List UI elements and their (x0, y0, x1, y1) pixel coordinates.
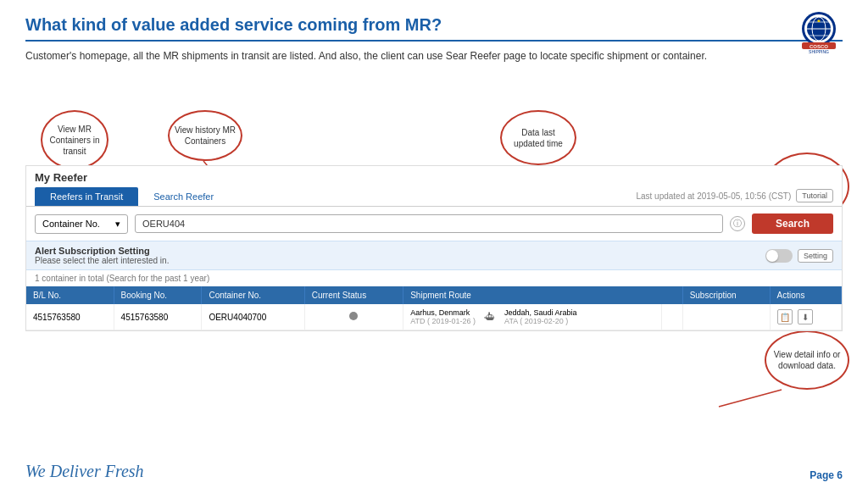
data-table: B/L No. Booking No. Container No. Curren… (26, 286, 842, 330)
col-subscription: Subscription (682, 286, 770, 304)
table-row: 4515763580 4515763580 OERU4040700 Aarhus… (26, 304, 842, 330)
alert-text-block: Alert Subscription Setting Please select… (35, 246, 169, 265)
summary-text: 1 container in total (Search for the pas… (26, 270, 842, 286)
origin-city: Aarhus, Denmark (410, 308, 476, 317)
dest-city: Jeddah, Saudi Arabia (504, 308, 577, 317)
header-description: Customer's homepage, all the MR shipment… (25, 48, 843, 64)
page-number: Page 6 (810, 469, 843, 481)
info-icon[interactable]: ⓘ (730, 216, 745, 231)
col-booking: Booking No. (114, 286, 202, 304)
origin-date: ATD ( 2019-01-26 ) (410, 317, 476, 325)
bubble-data-updated: Data last updated time (500, 110, 576, 165)
col-bl: B/L No. (26, 286, 114, 304)
tab-search-reefer[interactable]: Search Reefer (138, 187, 229, 206)
setting-button[interactable]: Setting (798, 249, 833, 263)
action-icons: 📋 ⬇ (777, 309, 834, 324)
search-bar: Container No. ▾ ⓘ Search (26, 207, 842, 241)
alert-subscription-bar: Alert Subscription Setting Please select… (26, 241, 842, 270)
tabs-container: Reefers in Transit Search Reefer (35, 187, 229, 206)
brand-tagline: We Deliver Fresh (25, 462, 144, 481)
search-input[interactable] (135, 214, 723, 233)
footer: We Deliver Fresh Page 6 (25, 462, 843, 481)
tab-reefers-in-transit[interactable]: Reefers in Transit (35, 187, 138, 206)
svg-text:SHIPPING: SHIPPING (809, 49, 829, 54)
alert-toggle[interactable] (765, 249, 793, 263)
bubble-view-history: View history MR Containers (168, 110, 242, 161)
detail-icon[interactable]: 📋 (777, 309, 793, 324)
dest-location: Jeddah, Saudi Arabia ATA ( 2019-02-20 ) (504, 308, 577, 325)
origin-location: Aarhus, Denmark ATD ( 2019-01-26 ) (410, 308, 476, 325)
page-title: What kind of value added service coming … (25, 15, 843, 42)
search-button[interactable]: Search (752, 214, 833, 234)
last-updated-text: Last updated at 2019-05-05, 10:56 (CST) (636, 191, 791, 201)
chevron-down-icon: ▾ (115, 219, 120, 230)
tutorial-button[interactable]: Tutorial (796, 189, 833, 202)
col-container: Container No. (202, 286, 304, 304)
bubble-detail-download: View detail info or download data. (765, 330, 849, 390)
mr-meta: Last updated at 2019-05-05, 10:56 (CST) … (636, 189, 833, 206)
status-dot (349, 312, 358, 320)
svg-line-15 (719, 390, 782, 407)
mr-header: My Reefer Reefers in Transit Search Reef… (26, 166, 842, 207)
select-label: Container No. (42, 219, 100, 229)
cell-route-extra (662, 304, 682, 330)
alert-controls: Setting (765, 249, 833, 263)
download-icon[interactable]: ⬇ (798, 309, 813, 324)
cell-container: OERU4040700 (202, 304, 304, 330)
ui-mockup: My Reefer Reefers in Transit Search Reef… (25, 165, 843, 331)
ship-icon: ⛴ (484, 310, 496, 324)
cell-booking: 4515763580 (114, 304, 202, 330)
col-route: Shipment Route (403, 286, 682, 304)
col-actions: Actions (770, 286, 841, 304)
cell-subscription (682, 304, 770, 330)
section-title: My Reefer (35, 171, 229, 184)
col-status: Current Status (304, 286, 403, 304)
alert-title: Alert Subscription Setting (35, 246, 169, 256)
bubble-view-mr-containers: View MR Containers in transit (41, 110, 108, 169)
cosco-logo: COSCO SHIPPING (790, 10, 848, 54)
cell-bl: 4515763580 (26, 304, 114, 330)
cell-route: Aarhus, Denmark ATD ( 2019-01-26 ) ⛴ Jed… (403, 304, 662, 330)
alert-subtitle: Please select the alert interested in. (35, 256, 169, 265)
cell-status (304, 304, 403, 330)
container-type-select[interactable]: Container No. ▾ (35, 214, 128, 234)
toggle-knob (766, 250, 778, 262)
cell-actions: 📋 ⬇ (770, 304, 841, 330)
dest-date: ATA ( 2019-02-20 ) (504, 317, 577, 325)
